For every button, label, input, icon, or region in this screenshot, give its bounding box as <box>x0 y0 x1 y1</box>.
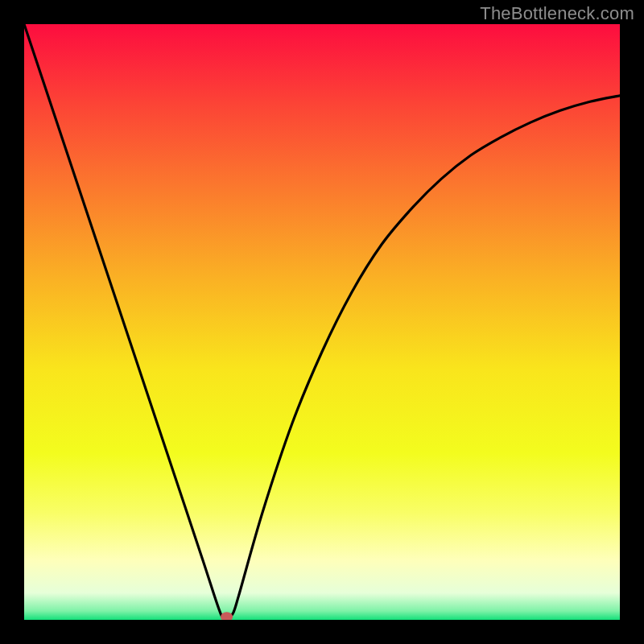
gradient-background <box>24 24 620 620</box>
chart-frame: TheBottleneck.com <box>0 0 644 644</box>
plot-area <box>24 24 620 620</box>
bottleneck-plot <box>24 24 620 620</box>
attribution-label: TheBottleneck.com <box>480 3 634 24</box>
